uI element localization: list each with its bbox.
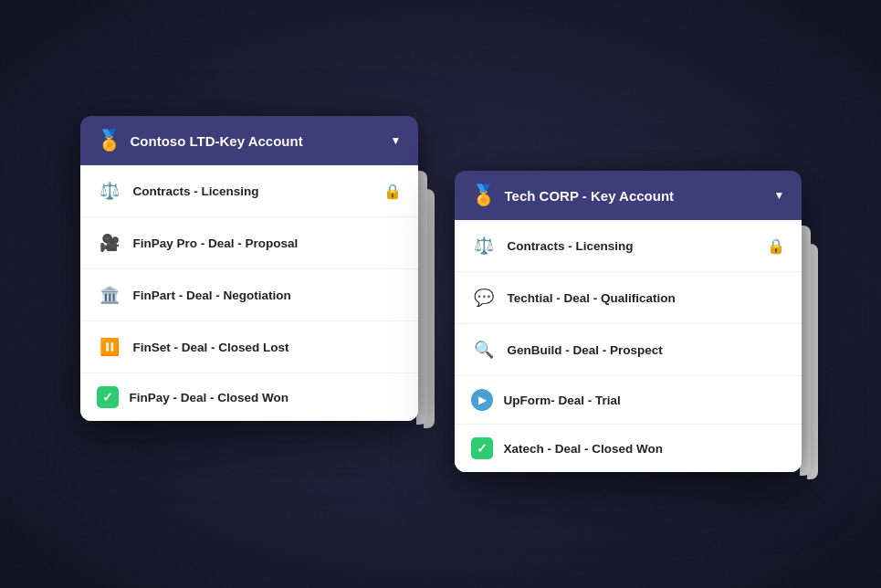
search-icon: 🔍 (471, 337, 497, 362)
card-title-2: Tech CORP - Key Account (505, 188, 765, 204)
chat-icon: 💬 (471, 285, 497, 310)
check-icon: ✓ (97, 386, 119, 408)
list-item[interactable]: ⚖️ Contracts - Licensing 🔒 (455, 220, 802, 272)
item-label: Contracts - Licensing (133, 184, 372, 198)
list-item[interactable]: 🏛️ FinPart - Deal - Negotiation (80, 269, 418, 321)
list-item[interactable]: ⚖️ Contracts - Licensing 🔒 (80, 165, 418, 217)
account-card-1: 🏅 Contoso LTD-Key Account ▼ ⚖️ Contracts… (80, 116, 418, 421)
item-label: UpForm- Deal - Trial (504, 394, 792, 407)
list-item[interactable]: 💬 Techtial - Deal - Qualification (455, 272, 802, 324)
balance-icon: ⚖️ (97, 178, 122, 204)
card-items-2: ⚖️ Contracts - Licensing 🔒 💬 Techtial - … (455, 220, 802, 472)
account-card-2: 🏅 Tech CORP - Key Account ▼ ⚖️ Contracts… (455, 171, 802, 472)
play-icon: ▶ (471, 389, 493, 411)
balance-icon: ⚖️ (471, 233, 497, 258)
camera-icon: 🎥 (97, 230, 122, 256)
dropdown-arrow-1[interactable]: ▼ (391, 134, 402, 147)
item-label: Contracts - Licensing (508, 239, 756, 253)
list-item[interactable]: ▶ UpForm- Deal - Trial (455, 376, 802, 425)
account-icon-2: 🏅 (471, 184, 496, 207)
card-header-2[interactable]: 🏅 Tech CORP - Key Account ▼ (455, 171, 802, 220)
card-wrapper-2: 🏅 Tech CORP - Key Account ▼ ⚖️ Contracts… (455, 171, 802, 472)
card-title-1: Contoso LTD-Key Account (131, 133, 382, 149)
lock-icon: 🔒 (383, 183, 402, 200)
item-label: FinSet - Deal - Closed Lost (133, 341, 409, 354)
item-label: FinPay Pro - Deal - Proposal (133, 236, 409, 250)
item-label: FinPart - Deal - Negotiation (133, 289, 416, 302)
item-label: GenBuild - Deal - Prospect (508, 343, 800, 357)
card-items-1: ⚖️ Contracts - Licensing 🔒 🎥 FinPay Pro … (80, 165, 418, 421)
card-header-1[interactable]: 🏅 Contoso LTD-Key Account ▼ (80, 116, 418, 165)
list-item[interactable]: ⏸️ FinSet - Deal - Closed Lost (80, 321, 418, 373)
cards-container: 🏅 Contoso LTD-Key Account ▼ ⚖️ Contracts… (80, 116, 802, 472)
pause-icon: ⏸️ (97, 334, 122, 360)
list-item[interactable]: ✓ FinPay - Deal - Closed Won (80, 373, 418, 421)
list-item[interactable]: ✓ Xatech - Deal - Closed Won (455, 425, 802, 472)
item-label: Xatech - Deal - Closed Won (504, 442, 785, 456)
list-item[interactable]: 🎥 FinPay Pro - Deal - Proposal (80, 217, 418, 269)
check-icon: ✓ (471, 437, 493, 459)
account-icon-1: 🏅 (97, 129, 121, 152)
list-item[interactable]: 🔍 GenBuild - Deal - Prospect (455, 324, 802, 376)
card-wrapper-1: 🏅 Contoso LTD-Key Account ▼ ⚖️ Contracts… (80, 116, 418, 421)
item-label: Techtial - Deal - Qualification (508, 291, 792, 305)
dropdown-arrow-2[interactable]: ▼ (774, 189, 785, 202)
lock-icon: 🔒 (767, 237, 785, 255)
building-icon: 🏛️ (97, 282, 122, 308)
item-label: FinPay - Deal - Closed Won (130, 391, 402, 404)
